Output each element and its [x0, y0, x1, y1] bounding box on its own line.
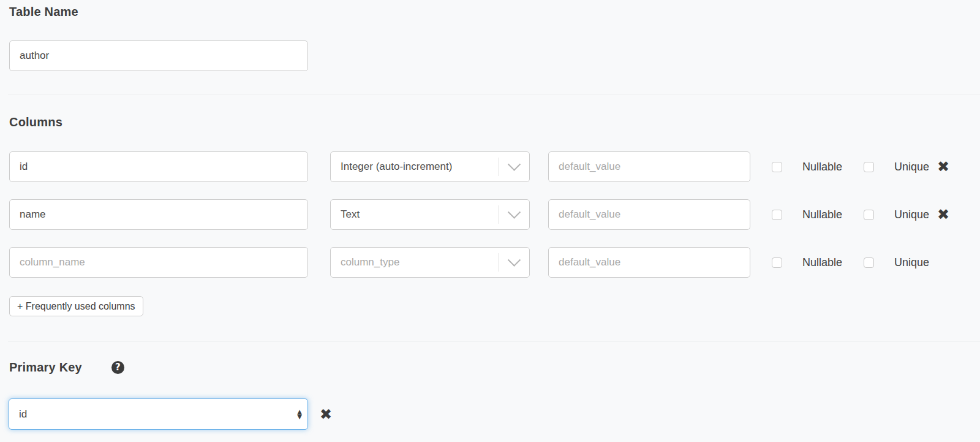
column-name-input[interactable] — [9, 199, 308, 230]
remove-column-icon[interactable]: ✖ — [937, 207, 949, 222]
column-type-select[interactable]: Integer (auto-increment) — [330, 151, 530, 182]
column-row: column_type Nullable Unique — [9, 247, 971, 278]
primary-key-row: id ▲ ▼ ✖ — [9, 398, 971, 430]
frequently-used-columns-button[interactable]: + Frequently used columns — [9, 296, 143, 316]
unique-label: Unique — [894, 256, 929, 269]
nullable-label: Nullable — [802, 256, 842, 269]
columns-heading: Columns — [9, 115, 971, 129]
column-row: Integer (auto-increment) Nullable Unique… — [9, 151, 971, 182]
default-value-input[interactable] — [548, 247, 750, 278]
remove-primary-key-icon[interactable]: ✖ — [320, 407, 332, 422]
column-type-placeholder: column_type — [331, 256, 499, 269]
table-name-heading: Table Name — [9, 5, 971, 18]
primary-key-header: Primary Key ? — [9, 360, 971, 374]
nullable-checkbox[interactable] — [772, 210, 782, 220]
section-divider — [8, 94, 980, 94]
column-row: Text Nullable Unique ✖ — [9, 199, 971, 230]
nullable-checkbox[interactable] — [772, 257, 782, 268]
column-type-value: Text — [331, 208, 499, 221]
primary-key-heading: Primary Key — [9, 360, 82, 374]
primary-key-select[interactable]: id ▲ ▼ — [9, 398, 308, 430]
unique-checkbox[interactable] — [864, 162, 874, 172]
default-value-input[interactable] — [548, 199, 750, 230]
chevron-down-icon — [499, 162, 529, 172]
select-updown-icon: ▲ ▼ — [297, 410, 302, 419]
column-type-value: Integer (auto-increment) — [331, 161, 499, 173]
column-type-select[interactable]: Text — [330, 199, 530, 230]
default-value-input[interactable] — [548, 151, 750, 182]
nullable-label: Nullable — [802, 208, 842, 221]
nullable-checkbox[interactable] — [772, 162, 782, 172]
chevron-down-icon — [499, 210, 529, 219]
primary-key-selected-value: id — [19, 408, 27, 421]
column-name-input[interactable] — [9, 151, 308, 182]
column-type-select[interactable]: column_type — [330, 247, 530, 278]
unique-checkbox[interactable] — [864, 210, 874, 220]
create-table-form: Table Name Columns Integer (auto-increme… — [0, 0, 980, 430]
section-divider — [8, 341, 980, 341]
chevron-down-icon — [499, 258, 529, 267]
unique-label: Unique — [894, 161, 929, 173]
column-name-input[interactable] — [9, 247, 308, 278]
help-question-icon[interactable]: ? — [111, 361, 124, 374]
arrow-down-icon: ▼ — [297, 414, 302, 419]
nullable-label: Nullable — [802, 161, 842, 173]
unique-label: Unique — [894, 208, 929, 221]
unique-checkbox[interactable] — [864, 257, 874, 268]
remove-column-icon[interactable]: ✖ — [937, 159, 949, 174]
table-name-input[interactable] — [9, 40, 308, 71]
